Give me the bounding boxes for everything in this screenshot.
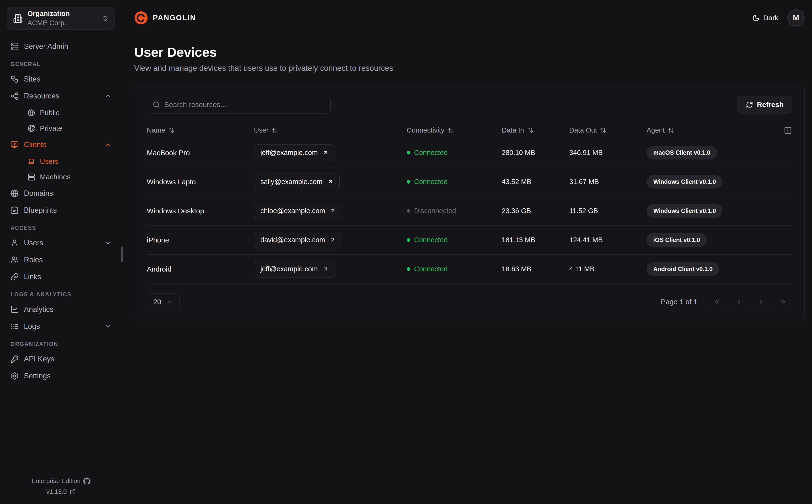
chevron-down-icon <box>167 299 173 305</box>
sidebar-item-users-devices[interactable]: Users <box>24 154 115 169</box>
topbar-actions: Dark M <box>752 9 805 26</box>
users-icon <box>10 256 19 264</box>
data-out-value: 124.41 MB <box>569 236 647 244</box>
sidebar-item-clients[interactable]: Clients <box>7 137 115 152</box>
column-header-connectivity[interactable]: Connectivity <box>407 126 502 134</box>
column-label: Connectivity <box>407 126 444 134</box>
sidebar-item-machines[interactable]: Machines <box>24 170 115 184</box>
status-dot <box>407 151 410 154</box>
sidebar-item-users[interactable]: Users <box>7 236 115 250</box>
chevrons-right-icon <box>779 298 786 305</box>
previous-page-button[interactable] <box>730 293 748 311</box>
sidebar-item-sites[interactable]: Sites <box>7 72 115 87</box>
sort-icon <box>447 127 454 134</box>
devices-card: Refresh Name User Connectivity Data In D… <box>134 84 805 322</box>
version-link[interactable]: v1.13.0 <box>46 488 75 495</box>
sidebar-item-resources[interactable]: Resources <box>7 89 115 103</box>
user-link-button[interactable]: jeff@example.com <box>254 144 335 161</box>
sidebar-item-label: Resources <box>24 92 59 100</box>
avatar-initial: M <box>793 14 799 22</box>
sidebar-item-label: Domains <box>24 189 53 198</box>
column-header-user[interactable]: User <box>254 126 407 134</box>
agent-badge: iOS Client v0.1.0 <box>647 233 707 247</box>
user-link-button[interactable]: chloe@example.com <box>254 203 342 219</box>
user-email: chloe@example.com <box>261 207 325 215</box>
next-page-button[interactable] <box>752 293 770 311</box>
sort-icon <box>168 127 174 134</box>
theme-label: Dark <box>763 14 778 22</box>
refresh-button[interactable]: Refresh <box>738 96 792 113</box>
version-label: v1.13.0 <box>46 488 67 495</box>
arrow-up-right-icon <box>327 179 333 185</box>
first-page-button[interactable] <box>708 293 726 311</box>
user-email: sally@example.com <box>261 178 323 186</box>
column-visibility-button[interactable] <box>784 126 792 134</box>
chevrons-left-icon <box>714 298 721 305</box>
status-label: Connected <box>414 178 447 186</box>
user-link-button[interactable]: sally@example.com <box>254 174 340 190</box>
column-label: User <box>254 126 269 134</box>
sidebar: Organization ACME Corp. Server Admin GEN… <box>0 0 122 504</box>
user-email: david@example.com <box>261 236 325 244</box>
user-icon <box>10 239 19 247</box>
sidebar-item-private[interactable]: Private <box>24 121 115 135</box>
column-header-name[interactable]: Name <box>147 126 254 134</box>
sidebar-item-settings[interactable]: Settings <box>7 369 115 383</box>
user-email: jeff@example.com <box>261 149 318 157</box>
sidebar-item-label: Users <box>40 157 58 165</box>
brand-name: PANGOLIN <box>153 14 196 22</box>
search-icon <box>153 101 160 108</box>
sidebar-item-label: Analytics <box>24 305 53 314</box>
arrow-up-right-icon <box>323 266 328 272</box>
resources-subgroup: Public Private <box>17 106 115 135</box>
sidebar-item-links[interactable]: Links <box>7 269 115 284</box>
clients-subgroup: Users Machines <box>17 154 115 184</box>
sidebar-item-blueprints[interactable]: Blueprints <box>7 203 115 218</box>
receipt-icon <box>10 206 19 214</box>
sidebar-scrollbar-thumb[interactable] <box>121 247 123 262</box>
topbar: PANGOLIN Dark M <box>134 0 805 36</box>
agent-badge: Android Client v0.1.0 <box>647 262 719 276</box>
avatar[interactable]: M <box>787 9 805 26</box>
data-out-value: 4.11 MB <box>569 265 647 273</box>
sidebar-item-domains[interactable]: Domains <box>7 186 115 201</box>
edition-label: Enterprise Edition <box>31 477 80 485</box>
monitor-up-icon <box>10 141 19 149</box>
edition-link[interactable]: Enterprise Edition <box>31 477 90 485</box>
key-icon <box>10 355 19 363</box>
sidebar-item-public[interactable]: Public <box>24 106 115 120</box>
status-label: Connected <box>414 265 447 273</box>
column-header-data-out[interactable]: Data Out <box>569 126 647 134</box>
user-link-button[interactable]: jeff@example.com <box>254 261 335 278</box>
pangolin-logo[interactable]: PANGOLIN <box>134 11 196 25</box>
sidebar-item-label: Sites <box>24 75 40 83</box>
page-size-select[interactable]: 20 <box>147 293 179 310</box>
chevron-left-icon <box>735 298 743 305</box>
page-size-value: 20 <box>153 298 161 306</box>
connectivity-status: Connected <box>407 265 502 273</box>
sidebar-item-label: Logs <box>24 322 40 331</box>
user-link-button[interactable]: david@example.com <box>254 232 342 248</box>
sidebar-item-roles[interactable]: Roles <box>7 252 115 267</box>
external-link-icon <box>70 489 76 495</box>
sidebar-item-logs[interactable]: Logs <box>7 319 115 334</box>
column-header-agent[interactable]: Agent <box>647 126 777 134</box>
last-page-button[interactable] <box>774 293 792 311</box>
sidebar-item-analytics[interactable]: Analytics <box>7 302 115 317</box>
data-in-value: 18.63 MB <box>502 265 569 273</box>
org-selector[interactable]: Organization ACME Corp. <box>7 7 115 30</box>
status-label: Disconnected <box>414 207 456 215</box>
chevron-up-icon <box>104 141 111 148</box>
status-dot <box>407 209 410 213</box>
sidebar-item-label: Server Admin <box>24 42 68 51</box>
page-title: User Devices <box>134 44 805 60</box>
column-header-data-in[interactable]: Data In <box>502 126 569 134</box>
theme-toggle[interactable]: Dark <box>752 14 778 22</box>
search-input[interactable] <box>164 101 325 109</box>
sidebar-item-label: Public <box>40 109 59 117</box>
sidebar-item-label: Private <box>40 124 62 132</box>
sidebar-item-api-keys[interactable]: API Keys <box>7 352 115 366</box>
sidebar-item-label: Settings <box>24 372 51 380</box>
sidebar-item-server-admin[interactable]: Server Admin <box>7 39 115 54</box>
sidebar-footer: Enterprise Edition v1.13.0 <box>7 477 115 497</box>
